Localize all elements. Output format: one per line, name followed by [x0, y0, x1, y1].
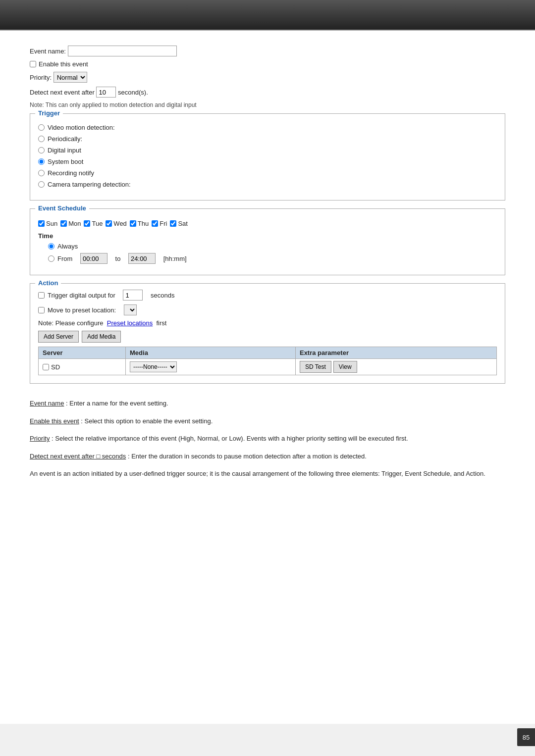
- configure-note: Note: Please configure Preset locations …: [38, 319, 497, 327]
- view-button[interactable]: View: [333, 361, 357, 373]
- table-cell-media: -----None-----: [126, 359, 296, 375]
- table-header-server: Server: [39, 347, 126, 359]
- desc-event-name-label: Event name: [30, 400, 64, 407]
- enable-label: Enable this event: [39, 60, 88, 68]
- day-mon-label: Mon: [68, 220, 81, 227]
- trigger-recording-notify: Recording notify: [38, 169, 497, 177]
- trigger-section: Trigger Video motion detection: Periodic…: [30, 113, 505, 201]
- day-wed-checkbox[interactable]: [106, 220, 112, 227]
- day-sat-checkbox[interactable]: [170, 220, 176, 227]
- day-fri-label: Fri: [160, 220, 167, 227]
- configure-note-suffix: first: [157, 319, 167, 327]
- trigger-digital-checkbox[interactable]: [38, 292, 45, 299]
- priority-label: Priority:: [30, 74, 52, 81]
- preset-locations-link[interactable]: Preset locations: [107, 319, 153, 327]
- detect-label: Detect next event after: [30, 89, 95, 96]
- enable-checkbox[interactable]: [30, 61, 36, 67]
- desc-enable: Enable this event : Select this option t…: [30, 416, 505, 426]
- time-always-radio[interactable]: [48, 243, 54, 250]
- trigger-label-boot: System boot: [48, 158, 83, 165]
- add-buttons-row: Add Server Add Media: [38, 331, 497, 343]
- trigger-camera-tamper: Camera tampering detection:: [38, 181, 497, 188]
- table-row: SD -----None----- SD Test View: [39, 359, 497, 375]
- preset-select[interactable]: [124, 304, 137, 315]
- detect-suffix: second(s).: [118, 89, 148, 96]
- trigger-label-digital: Digital input: [48, 147, 81, 154]
- desc-event-def-text: An event is an action initiated by a use…: [30, 470, 485, 477]
- trigger-radio-digital[interactable]: [38, 147, 45, 153]
- trigger-radio-periodically[interactable]: [38, 136, 45, 142]
- day-sat-label: Sat: [178, 220, 188, 227]
- trigger-legend: Trigger: [35, 109, 63, 117]
- sd-row-checkbox[interactable]: [43, 364, 49, 370]
- trigger-radio-recording[interactable]: [38, 170, 45, 176]
- time-from-radio[interactable]: [48, 255, 54, 262]
- priority-select[interactable]: Normal High Low: [54, 72, 87, 83]
- detect-row: Detect next event after second(s).: [30, 87, 505, 98]
- trigger-label-recording: Recording notify: [48, 169, 94, 177]
- day-wed-label: Wed: [113, 220, 127, 227]
- move-preset-label: Move to preset location:: [48, 306, 116, 314]
- event-name-row: Event name:: [30, 46, 505, 56]
- main-content: Event name: Enable this event Priority: …: [0, 31, 535, 724]
- detect-value-input[interactable]: [96, 87, 116, 98]
- table-cell-extra: SD Test View: [295, 359, 496, 375]
- trigger-radio-camera[interactable]: [38, 181, 45, 188]
- day-sun-label: Sun: [46, 220, 57, 227]
- table-header-media: Media: [126, 347, 296, 359]
- day-thu-label: Thu: [138, 220, 149, 227]
- action-legend: Action: [35, 279, 61, 287]
- time-section: Time Always From to [hh:mm]: [38, 232, 497, 264]
- move-preset-checkbox[interactable]: [38, 307, 45, 313]
- day-thu-checkbox[interactable]: [130, 220, 136, 227]
- desc-priority: Priority : Select the relative importanc…: [30, 434, 505, 444]
- day-wed: Wed: [106, 220, 127, 227]
- day-tue: Tue: [84, 220, 103, 227]
- trigger-options: Video motion detection: Periodically: Di…: [38, 120, 497, 188]
- sd-test-button[interactable]: SD Test: [300, 361, 331, 373]
- trigger-radio-boot[interactable]: [38, 158, 45, 165]
- table-cell-server: SD: [39, 359, 126, 375]
- time-from-row: From to [hh:mm]: [38, 253, 497, 264]
- day-tue-label: Tue: [92, 220, 103, 227]
- action-section: Action Trigger digital output for second…: [30, 283, 505, 384]
- trigger-digital-label: Trigger digital output for: [48, 292, 115, 299]
- day-sun-checkbox[interactable]: [38, 220, 45, 227]
- add-server-button[interactable]: Add Server: [38, 331, 79, 343]
- add-media-button[interactable]: Add Media: [82, 331, 121, 343]
- move-preset-row: Move to preset location:: [38, 304, 497, 315]
- day-fri-checkbox[interactable]: [152, 220, 158, 227]
- event-schedule-legend: Event Schedule: [35, 204, 89, 212]
- trigger-digital-suffix: seconds: [151, 292, 174, 299]
- desc-enable-label: Enable this event: [30, 417, 79, 425]
- trigger-label-periodically: Periodically:: [48, 135, 82, 143]
- trigger-digital-input: Digital input: [38, 147, 497, 154]
- trigger-periodically: Periodically:: [38, 135, 497, 143]
- desc-priority-text: : Select the relative importance of this…: [52, 435, 408, 442]
- desc-detect-text: : Enter the duration in seconds to pause…: [128, 453, 367, 460]
- trigger-radio-video[interactable]: [38, 124, 45, 131]
- time-label: Time: [38, 232, 497, 240]
- desc-event-definition: An event is an action initiated by a use…: [30, 469, 505, 479]
- page-number: 85: [517, 728, 535, 746]
- time-always-row: Always: [38, 243, 497, 250]
- time-from-input[interactable]: [80, 253, 107, 264]
- day-sun: Sun: [38, 220, 57, 227]
- priority-row: Priority: Normal High Low: [30, 72, 505, 83]
- media-select[interactable]: -----None-----: [130, 361, 177, 372]
- trigger-system-boot: System boot: [38, 158, 497, 165]
- time-to-input[interactable]: [128, 253, 156, 264]
- time-to-label: to: [115, 255, 121, 262]
- motion-note: Note: This can only applied to motion de…: [30, 101, 505, 108]
- table-header-extra: Extra parameter: [295, 347, 496, 359]
- sd-label: SD: [51, 363, 60, 371]
- enable-checkbox-row: Enable this event: [30, 60, 505, 68]
- day-mon-checkbox[interactable]: [60, 220, 67, 227]
- desc-priority-label: Priority: [30, 435, 50, 442]
- event-name-input[interactable]: [68, 46, 177, 56]
- trigger-digital-value[interactable]: [123, 290, 143, 301]
- schedule-days: Sun Mon Tue Wed Thu Fri: [38, 220, 497, 227]
- day-thu: Thu: [130, 220, 149, 227]
- day-tue-checkbox[interactable]: [84, 220, 90, 227]
- top-bar: [0, 0, 535, 30]
